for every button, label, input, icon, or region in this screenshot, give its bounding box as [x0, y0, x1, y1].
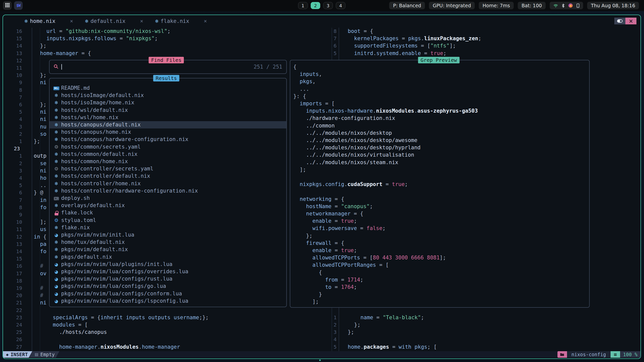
nix-file-icon: ❄	[54, 137, 58, 142]
line-number: 4	[10, 116, 22, 123]
result-row[interactable]: ⚙stylua.toml	[50, 217, 286, 224]
result-row[interactable]: ◕pkgs/nvim/nvim/init.lua	[50, 231, 286, 239]
flame-icon[interactable]	[568, 3, 573, 8]
result-row[interactable]: ❄hosts/isoImage/home.nix	[50, 99, 286, 106]
result-row[interactable]: ❄home/tux/default.nix	[50, 239, 286, 246]
result-file-path: hosts/common/default.nix	[61, 151, 137, 158]
result-row[interactable]: ❄pkgs/nvim/default.nix	[50, 246, 286, 253]
result-row[interactable]: ⚙hosts/common/secrets.yaml	[50, 143, 286, 151]
preview-line: to = 1764;	[290, 284, 589, 291]
line-number: 8	[10, 204, 22, 211]
workspace-button-3[interactable]: 3	[323, 2, 333, 9]
toml-file-icon: ⚙	[54, 217, 58, 223]
result-file-path: flake.lock	[61, 209, 93, 216]
tab-close-icon[interactable]: ×	[204, 18, 207, 24]
result-row[interactable]: ◕pkgs/nvim/nvim/lua/configs/conform.lua	[50, 290, 286, 297]
result-row[interactable]: >_deploy.sh	[50, 195, 286, 202]
result-row[interactable]: ❄hosts/canopus/default.nix	[50, 121, 286, 128]
line-number: 11	[10, 64, 22, 72]
preview-line: hostName = "canopus";	[290, 203, 589, 210]
search-icon	[54, 64, 58, 70]
result-row[interactable]: ❄hosts/common/home.nix	[50, 158, 286, 165]
result-row[interactable]: ❄hosts/wsl/default.nix	[50, 107, 286, 114]
line-number: 15	[10, 255, 22, 262]
line-number: 7	[10, 197, 22, 204]
gpu-pill: GPU: Integrated	[429, 2, 475, 9]
preview-line: allowedTCPPorts = [80 443 3000 6666 8081…	[290, 254, 589, 261]
bluetooth-icon[interactable]	[562, 4, 565, 8]
tab-toggle-button[interactable]	[614, 18, 625, 24]
line-number: 5	[326, 50, 337, 57]
result-file-path: pkgs/nvim/nvim/lua/configs/conform.lua	[61, 290, 182, 297]
grep-preview-title: Grep Preview	[418, 57, 460, 63]
result-row[interactable]: ❄hosts/controller/default.nix	[50, 172, 286, 180]
workspace-button-2[interactable]: 2	[311, 2, 320, 9]
result-row[interactable]: ◕pkgs/nvim/nvim/lua/configs/overrides.lu…	[50, 268, 286, 275]
result-row[interactable]: ⚙hosts/controller/secrets.yaml	[50, 165, 286, 172]
line-number: 11	[10, 226, 22, 233]
preview-line: }	[290, 291, 589, 298]
lua-file-icon: ◕	[55, 262, 58, 267]
result-row[interactable]: ❄hosts/controller/hardware-configuration…	[50, 187, 286, 195]
result-row[interactable]: ❄hosts/controller/home.nix	[50, 180, 286, 187]
preview-line: enable = true;	[290, 217, 589, 225]
result-row[interactable]: ❄pkgs/default.nix	[50, 253, 286, 261]
result-row[interactable]: ❄overlays/default.nix	[50, 202, 286, 209]
launcher-logo[interactable]: $W	[14, 1, 23, 10]
line-number: 8	[326, 28, 337, 35]
lua-file-icon: ◕	[55, 284, 58, 289]
tab-close-icon[interactable]: ×	[70, 18, 73, 24]
result-file-path: stylua.toml	[61, 217, 96, 224]
result-row[interactable]: ◕pkgs/nvim/nvim/lua/configs/go.lua	[50, 283, 286, 290]
result-file-path: pkgs/nvim/nvim/lua/configs/lspconfig.lua	[61, 297, 188, 305]
result-file-path: hosts/isoImage/default.nix	[61, 92, 144, 99]
line-number: 19	[10, 285, 22, 292]
result-row[interactable]: ◕pkgs/nvim/nvim/lua/configs/rust.lua	[50, 275, 286, 283]
result-row[interactable]: flake.lock	[50, 209, 286, 216]
tab-flake.nix[interactable]: ❄flake.nix	[155, 18, 189, 24]
nix-file-icon: ❄	[54, 100, 58, 105]
result-row[interactable]: ◕pkgs/nvim/nvim/lua/plugins/init.lua	[50, 261, 286, 268]
workspace-button-4[interactable]: 4	[336, 2, 345, 9]
result-file-path: hosts/canopus/default.nix	[61, 121, 141, 128]
result-row[interactable]: ◕pkgs/nvim/nvim/lua/configs/lspconfig.lu…	[50, 297, 286, 305]
result-row[interactable]: ❄hosts/common/default.nix	[50, 151, 286, 158]
nix-file-icon: ❄	[54, 151, 58, 157]
results-title: Results	[153, 75, 179, 81]
preview-line: enable = true;	[290, 247, 589, 254]
result-file-path: pkgs/nvim/nvim/lua/configs/rust.lua	[61, 275, 173, 283]
result-row[interactable]: ❄hosts/canopus/home.nix	[50, 128, 286, 136]
nix-file-icon: ❄	[54, 247, 58, 252]
line-number: 8	[10, 86, 22, 94]
battery-pill: Bat: 100	[518, 2, 546, 9]
lua-file-icon: ◕	[55, 299, 58, 304]
line-number: 2	[10, 160, 22, 167]
result-row[interactable]: ❄hosts/isoImage/default.nix	[50, 92, 286, 99]
preview-line: networkmanager = {	[290, 210, 589, 217]
result-row[interactable]: ❄hosts/wsl/home.nix	[50, 114, 286, 121]
wifi-icon[interactable]	[553, 4, 558, 8]
find-files-results: M↓README.md❄hosts/isoImage/default.nix❄h…	[49, 78, 287, 307]
toggle-icon	[617, 19, 623, 23]
workspace-button-1[interactable]: 1	[298, 2, 308, 9]
app-launcher-button[interactable]	[3, 1, 12, 10]
folder-icon	[560, 352, 564, 357]
tab-close-icon[interactable]: ×	[140, 18, 143, 24]
result-row[interactable]: M↓README.md	[50, 84, 286, 92]
result-row[interactable]: ❄flake.nix	[50, 224, 286, 231]
lua-file-icon: ◕	[55, 277, 58, 282]
project-chip	[557, 351, 567, 358]
line-number: 21	[10, 299, 22, 306]
line-number: 4	[10, 174, 22, 182]
result-file-path: flake.nix	[61, 224, 90, 231]
line-number: 6	[326, 42, 337, 50]
line-number: 1	[326, 314, 337, 321]
phone-icon[interactable]	[577, 4, 579, 8]
result-row[interactable]: ❄hosts/canopus/hardware-configuration.ni…	[50, 136, 286, 143]
tab-home.nix[interactable]: ❄home.nix	[24, 18, 55, 24]
grep-preview-pane: { inputs, pkgs, ...}: { imports = [ inpu…	[290, 60, 590, 308]
window-close-button[interactable]: ×	[625, 18, 636, 24]
line-number: 5	[326, 343, 337, 351]
line-number: 6	[10, 189, 22, 196]
tab-default.nix[interactable]: ❄default.nix	[85, 18, 126, 24]
